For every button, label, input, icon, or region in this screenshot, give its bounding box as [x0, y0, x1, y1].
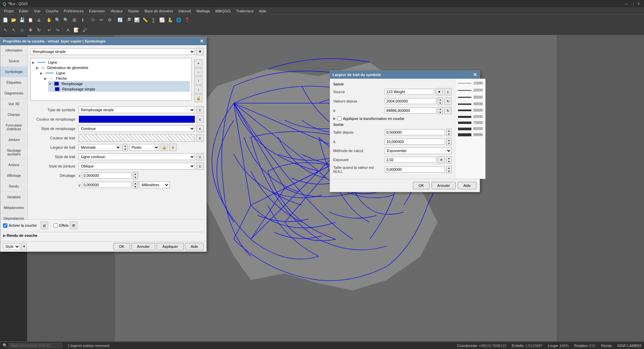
stroke-width-select[interactable]: Minimale	[79, 144, 121, 151]
sw-exposant-clear-btn[interactable]: ✕	[438, 156, 445, 163]
effects-checkbox[interactable]	[54, 223, 58, 228]
symbol-type-dropdown-btn[interactable]: ▼	[196, 48, 204, 55]
dlg-sidebar-stockage[interactable]: Stockage auxiliaire	[0, 145, 27, 160]
sw-taille-depuis-input[interactable]	[385, 129, 445, 135]
stroke-width-expr-btn[interactable]: ε	[169, 144, 177, 151]
stroke-style-expr-btn[interactable]: ε	[196, 153, 204, 160]
style-dropdown-select[interactable]: Style	[3, 243, 20, 250]
join-style-select[interactable]: Oblique	[79, 163, 195, 169]
layer-props-close-button[interactable]: ✕	[200, 39, 204, 44]
sw-valeurs-depuis-input[interactable]	[385, 98, 436, 104]
zoom-in-tool[interactable]: 🔍	[54, 16, 62, 24]
dlg-sidebar-variables[interactable]: Variables	[0, 192, 27, 203]
web-button[interactable]: 🌐	[175, 16, 183, 24]
tree-item-ligne1[interactable]: ▶ Ligne	[32, 60, 190, 65]
stats-button[interactable]: 📈	[158, 16, 166, 24]
pan-tool[interactable]: ✋	[45, 16, 53, 24]
menu-aide[interactable]: Aide	[256, 8, 269, 14]
join-style-expr-btn[interactable]: ε	[196, 162, 204, 170]
sw-taille-depuis-spinner[interactable]: ▲ ▼	[446, 129, 452, 136]
calculator-button[interactable]: ∑	[150, 16, 158, 24]
sw-annuler-button[interactable]: Annuler	[432, 182, 456, 189]
stroke-style-select[interactable]: Ligne continue	[79, 153, 195, 160]
minimize-button[interactable]: —	[624, 1, 629, 6]
offset-x-spinner[interactable]: ▲ ▼	[133, 172, 138, 179]
sw-null-spinner[interactable]: ▲ ▼	[446, 166, 452, 173]
zoom-loupe-button[interactable]: 🔎	[124, 16, 132, 24]
stroke-width-spinner[interactable]: ▲ ▼	[122, 144, 128, 151]
vertex-tool[interactable]: ◇	[18, 26, 26, 34]
menu-vue[interactable]: Vue	[31, 8, 43, 14]
sw-ok-button[interactable]: OK	[413, 182, 430, 189]
menu-internet[interactable]: Internet	[176, 8, 194, 14]
dlg-sidebar-information[interactable]: Information	[0, 45, 27, 56]
dlg-sidebar-affichage[interactable]: Affichage	[0, 170, 27, 181]
print-button[interactable]: 🖨	[35, 16, 43, 24]
menu-raster[interactable]: Raster	[126, 8, 142, 14]
tree-item-remplissage-simple[interactable]: Remplissage simple	[48, 86, 190, 92]
label-tool[interactable]: A	[64, 26, 72, 34]
dlg-sidebar-rendu[interactable]: Rendu	[0, 181, 27, 192]
sw-a-spinner[interactable]: ▲ ▼	[438, 107, 443, 114]
dlg-sidebar-actions[interactable]: Actions	[0, 160, 27, 170]
offset-y-spinner[interactable]: ▲ ▼	[133, 181, 138, 189]
appliquer-button[interactable]: Appliquer	[157, 243, 183, 250]
new-project-button[interactable]: 📄	[1, 16, 9, 24]
help-button[interactable]: ❓	[183, 16, 191, 24]
fill-color-button[interactable]	[79, 116, 195, 123]
fill-style-select[interactable]: Continue	[79, 125, 195, 132]
menu-extension[interactable]: Extension	[86, 8, 108, 14]
sw-valeurs-depuis-spinner[interactable]: ▲ ▼	[438, 97, 443, 105]
dlg-sidebar-metadonnees[interactable]: Métadonnées	[0, 203, 27, 213]
tree-down-button[interactable]: ↓	[194, 85, 202, 93]
sw-taille-a-spinner[interactable]: ▲ ▼	[446, 138, 452, 145]
deselect-button[interactable]: ↖	[10, 26, 18, 34]
dlg-sidebar-source[interactable]: Source	[0, 56, 27, 67]
menu-preferences[interactable]: Préférences	[61, 8, 86, 14]
dlg-sidebar-diagrammes[interactable]: Diagrammes	[0, 88, 27, 99]
offset-unit-select[interactable]: Millimètres	[140, 182, 170, 188]
sw-aide-button[interactable]: Aide	[458, 182, 476, 189]
tree-item-fleche[interactable]: ▶ → Flèche	[44, 76, 190, 81]
attributes-button[interactable]: 📊	[133, 16, 141, 24]
tree-remove-button[interactable]: －	[194, 68, 202, 76]
sw-null-input[interactable]	[385, 166, 445, 172]
effects-icon-btn[interactable]: ⚙	[70, 222, 77, 229]
tree-up-button[interactable]: ↑	[194, 77, 202, 85]
menu-vecteur[interactable]: Vecteur	[108, 8, 125, 14]
sw-source-expr-btn[interactable]: ε	[444, 88, 452, 95]
search-input[interactable]	[9, 343, 62, 348]
add-layer-button[interactable]: ➕	[89, 16, 97, 24]
maximize-button[interactable]: □	[630, 1, 635, 6]
settings-button[interactable]: ⚙	[106, 16, 114, 24]
undo-button[interactable]: ↩	[45, 26, 53, 34]
menu-couche[interactable]: Couche	[43, 8, 61, 14]
save-as-button[interactable]: 📋	[26, 16, 34, 24]
menu-traitement[interactable]: Traitement	[234, 8, 256, 14]
dlg-sidebar-jointure[interactable]: Jointure	[0, 135, 27, 145]
identify-tool[interactable]: ℹ	[79, 16, 87, 24]
activate-layer-icon-btn[interactable]: 🖨	[41, 222, 48, 229]
stroke-color-button[interactable]	[79, 134, 195, 142]
measure-button[interactable]: 📏	[141, 16, 149, 24]
style-dropdown-arrow-btn[interactable]: ▼	[21, 243, 27, 250]
sw-source-input[interactable]	[385, 89, 434, 95]
menu-mmqgis[interactable]: MMQGIS	[213, 8, 234, 14]
save-project-button[interactable]: 💾	[18, 16, 26, 24]
dlg-sidebar-vue3d[interactable]: Vue 3D	[0, 99, 27, 110]
search-area[interactable]: 🔍	[3, 343, 62, 348]
annuler-button[interactable]: Annuler	[131, 243, 156, 250]
fill-style-expr-btn[interactable]: ε	[196, 125, 204, 132]
dlg-sidebar-champs[interactable]: Champs	[0, 110, 27, 120]
symbol-type-expr-btn[interactable]: ε	[196, 106, 204, 114]
sw-methode-select[interactable]: Exponentiel	[385, 147, 452, 154]
dlg-sidebar-formulaire[interactable]: Formulaire d'attributs	[0, 120, 27, 135]
sw-taille-a-input[interactable]	[385, 139, 445, 145]
ok-button[interactable]: OK	[113, 243, 130, 250]
symbol-type-dropdown[interactable]: Remplissage simple	[79, 107, 195, 113]
digitize-button[interactable]: ✏	[97, 16, 105, 24]
annotate-button[interactable]: 📝	[72, 26, 80, 34]
stroke-width-lock-btn[interactable]: 🔒	[161, 144, 168, 151]
highlight-button[interactable]: 🖊	[81, 26, 89, 34]
close-button[interactable]: ✕	[636, 1, 641, 6]
